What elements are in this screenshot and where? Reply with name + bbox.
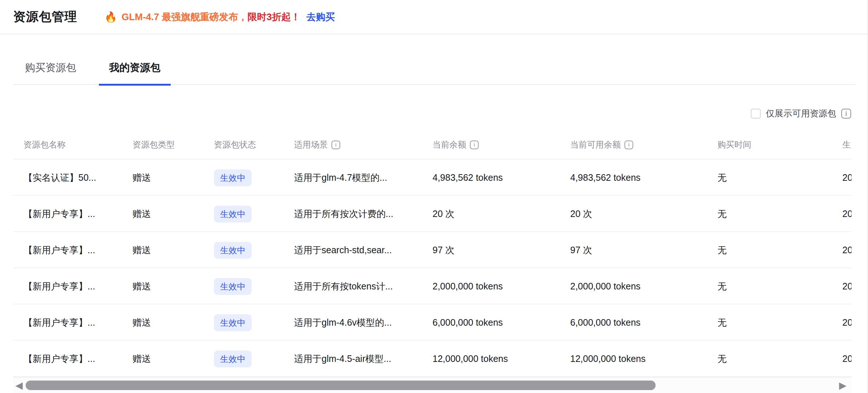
table-header-row: 资源包名称 资源包类型 资源包状态 适用场景 i 当前余额 i 当前可用余额 i…	[13, 130, 852, 160]
horizontal-scrollbar[interactable]: ◀ ▶	[13, 377, 852, 393]
cell-package-status: 生效中	[214, 232, 252, 268]
promo-banner: 🔥 GLM-4.7 最强旗舰重磅发布， 限时3折起！ 去购买	[104, 11, 335, 23]
cell-scenario: 适用于glm-4.5-air模型...	[294, 341, 391, 377]
cell-scenario: 适用于glm-4.6v模型的...	[294, 304, 392, 341]
show-available-only-label: 仅展示可用资源包	[766, 108, 836, 119]
column-header-effective-time: 生	[842, 130, 851, 160]
cell-package-name: 【新用户专享】...	[23, 232, 95, 268]
tab-bar: 购买资源包 我的资源包	[13, 51, 856, 85]
column-header-balance: 当前余额 i	[433, 130, 479, 160]
flame-icon: 🔥	[104, 11, 117, 23]
top-bar: 资源包管理 🔥 GLM-4.7 最强旗舰重磅发布， 限时3折起！ 去购买	[0, 0, 868, 34]
tab-my-packages[interactable]: 我的资源包	[99, 51, 171, 85]
cell-purchase-time: 无	[717, 268, 727, 304]
column-header-purchase-time: 购买时间	[717, 130, 751, 160]
column-header-available: 当前可用余额 i	[570, 130, 633, 160]
table-row: 【新用户专享】... 赠送 生效中 适用于所有按tokens计... 2,000…	[13, 268, 852, 304]
table-row: 【新用户专享】... 赠送 生效中 适用于glm-4.5-air模型... 12…	[13, 341, 852, 377]
cell-balance: 2,000,000 tokens	[433, 268, 503, 304]
cell-scenario: 适用于所有按tokens计...	[294, 268, 393, 304]
status-badge: 生效中	[214, 242, 252, 259]
cell-effective-time: 20	[842, 196, 852, 232]
cell-package-name: 【新用户专享】...	[23, 196, 95, 232]
cell-effective-time: 20	[842, 304, 852, 341]
cell-package-type: 赠送	[133, 160, 151, 196]
cell-package-type: 赠送	[133, 268, 151, 304]
cell-package-status: 生效中	[214, 196, 252, 232]
promo-text: GLM-4.7 最强旗舰重磅发布，	[122, 11, 248, 23]
column-header-type: 资源包类型	[133, 130, 175, 160]
cell-available-balance: 2,000,000 tokens	[570, 268, 641, 304]
cell-scenario: 适用于search-std,sear...	[294, 232, 392, 268]
filter-row: 仅展示可用资源包 i	[751, 107, 851, 120]
column-header-scenario-label: 适用场景	[294, 139, 328, 150]
cell-package-type: 赠送	[133, 341, 151, 377]
cell-package-status: 生效中	[214, 341, 252, 377]
promo-buy-link[interactable]: 去购买	[306, 11, 335, 23]
cell-purchase-time: 无	[717, 196, 727, 232]
cell-package-status: 生效中	[214, 268, 252, 304]
cell-balance: 12,000,000 tokens	[433, 341, 508, 377]
column-header-name: 资源包名称	[23, 130, 66, 160]
promo-urgent-text: 限时3折起！	[248, 11, 300, 23]
cell-scenario: 适用于glm-4.7模型的...	[294, 160, 387, 196]
status-badge: 生效中	[214, 351, 252, 367]
cell-available-balance: 6,000,000 tokens	[570, 304, 641, 341]
cell-balance: 97 次	[433, 232, 455, 268]
cell-purchase-time: 无	[717, 304, 727, 341]
balance-info-icon[interactable]: i	[470, 141, 479, 149]
cell-available-balance: 97 次	[570, 232, 592, 268]
status-badge: 生效中	[214, 169, 252, 186]
available-info-icon[interactable]: i	[624, 141, 633, 149]
resource-package-table: 资源包名称 资源包类型 资源包状态 适用场景 i 当前余额 i 当前可用余额 i…	[13, 130, 852, 377]
cell-package-name: 【新用户专享】...	[23, 341, 95, 377]
status-badge: 生效中	[214, 314, 252, 331]
cell-scenario: 适用于所有按次计费的...	[294, 196, 393, 232]
column-header-scenario: 适用场景 i	[294, 130, 340, 160]
table-row: 【新用户专享】... 赠送 生效中 适用于所有按次计费的... 20 次 20 …	[13, 196, 852, 232]
cell-package-type: 赠送	[133, 196, 151, 232]
cell-purchase-time: 无	[717, 341, 727, 377]
scroll-right-icon[interactable]: ▶	[839, 381, 846, 390]
page-title: 资源包管理	[13, 8, 77, 25]
cell-package-status: 生效中	[214, 160, 252, 196]
cell-package-name: 【实名认证】50...	[23, 160, 96, 196]
cell-effective-time: 20	[842, 268, 852, 304]
cell-package-status: 生效中	[214, 304, 252, 341]
cell-package-name: 【新用户专享】...	[23, 304, 95, 341]
scroll-left-icon[interactable]: ◀	[15, 381, 23, 390]
show-available-only-checkbox[interactable]	[751, 109, 761, 119]
cell-balance: 4,983,562 tokens	[433, 160, 503, 196]
column-header-balance-label: 当前余额	[433, 139, 466, 150]
cell-purchase-time: 无	[717, 160, 727, 196]
cell-effective-time: 20	[842, 160, 852, 196]
scrollbar-thumb[interactable]	[26, 381, 656, 390]
cell-package-name: 【新用户专享】...	[23, 268, 95, 304]
table-row: 【新用户专享】... 赠送 生效中 适用于search-std,sear... …	[13, 232, 852, 268]
table-row: 【实名认证】50... 赠送 生效中 适用于glm-4.7模型的... 4,98…	[13, 160, 852, 196]
tab-buy-packages[interactable]: 购买资源包	[15, 51, 86, 85]
cell-purchase-time: 无	[717, 232, 727, 268]
cell-effective-time: 20	[842, 341, 852, 377]
cell-available-balance: 20 次	[570, 196, 592, 232]
cell-available-balance: 4,983,562 tokens	[570, 160, 641, 196]
filter-info-icon[interactable]: i	[841, 109, 851, 119]
status-badge: 生效中	[214, 278, 252, 295]
column-header-status: 资源包状态	[214, 130, 256, 160]
cell-available-balance: 12,000,000 tokens	[570, 341, 646, 377]
scenario-info-icon[interactable]: i	[331, 141, 340, 149]
cell-package-type: 赠送	[133, 304, 151, 341]
cell-effective-time: 20	[842, 232, 852, 268]
cell-package-type: 赠送	[133, 232, 151, 268]
column-header-available-label: 当前可用余额	[570, 139, 621, 150]
cell-balance: 20 次	[433, 196, 455, 232]
status-badge: 生效中	[214, 206, 252, 222]
cell-balance: 6,000,000 tokens	[433, 304, 503, 341]
table-row: 【新用户专享】... 赠送 生效中 适用于glm-4.6v模型的... 6,00…	[13, 304, 852, 341]
